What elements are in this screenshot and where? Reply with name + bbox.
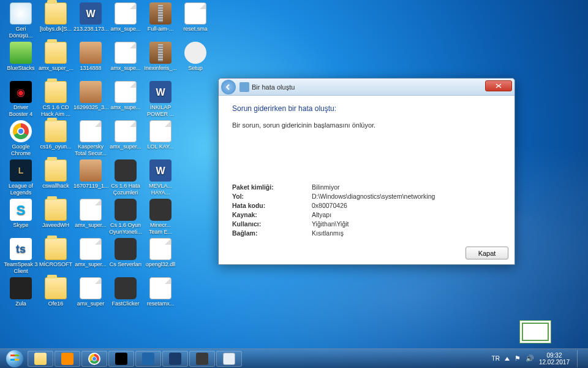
folder-icon — [45, 238, 67, 260]
desktop-icon[interactable]: WMEVLA... HAYA... — [143, 159, 178, 196]
desktop-icon[interactable]: [tobys.dk]S... — [39, 2, 73, 33]
desktop-icon[interactable]: Zula — [4, 277, 38, 307]
volume-icon[interactable]: 🔊 — [526, 355, 534, 362]
zula-icon — [10, 277, 32, 299]
dlg-icon — [223, 353, 235, 365]
desktop-icon[interactable]: Minecr... Team E... — [143, 199, 178, 236]
rar-icon — [149, 2, 172, 25]
desktop-icon[interactable]: Full-aim-... — [143, 2, 178, 33]
desktop-icon[interactable]: amx_super... — [108, 120, 143, 150]
taskbar-item-fast[interactable] — [162, 351, 188, 367]
taskbar-item-media[interactable] — [55, 351, 80, 367]
app-icon — [115, 238, 137, 260]
language-indicator[interactable]: TR — [492, 355, 500, 362]
desktop-icon[interactable]: Geri Dönüşü... — [4, 2, 38, 39]
fast-icon — [169, 353, 181, 365]
taskbar-item-explorer[interactable] — [28, 351, 53, 367]
taskbar-item-dlg[interactable] — [216, 351, 242, 367]
taskbar-item-driver[interactable] — [108, 351, 134, 367]
back-button[interactable] — [221, 80, 236, 94]
app-icon — [115, 277, 137, 299]
icon-label: MEVLA... HAYA... — [143, 183, 178, 196]
taskbar-item-ts[interactable] — [135, 351, 161, 367]
desktop-icon[interactable]: Kaspersky Total Secur... — [74, 120, 108, 157]
icon-label: Driver Booster 4 — [4, 104, 38, 118]
action-center-icon[interactable]: ⚑ — [514, 355, 521, 362]
clock-date: 12.02.2017 — [539, 359, 570, 366]
icon-label: amx_supe... — [108, 104, 143, 111]
desktop-icon[interactable]: FastClicker — [108, 277, 143, 307]
close-dialog-button[interactable]: Kapat — [466, 247, 508, 259]
icon-label: Cs Serverları — [108, 261, 143, 268]
desktop-icon[interactable]: LOL KAY... — [143, 120, 178, 150]
detail-row: Bağlam:Kısıtlanmış — [232, 229, 501, 238]
desktop-icon[interactable]: amx_super — [74, 277, 108, 307]
desktop-icon[interactable]: amx_super_... — [39, 42, 73, 72]
taskbar-item-cs[interactable] — [189, 351, 215, 367]
detail-value: Bilinmiyor — [312, 183, 340, 192]
desktop-icon[interactable]: amx_super... — [74, 238, 108, 268]
desktop-icon[interactable]: Cs 1.6 Oyun OyunYoneti... — [108, 199, 143, 236]
desktop-icon[interactable]: cs16_oyun... — [39, 120, 73, 150]
desktop-icon[interactable]: SSkype — [4, 199, 38, 229]
taskbar-item-chrome[interactable] — [81, 351, 107, 367]
word-icon: W — [149, 159, 172, 182]
desktop-icon[interactable]: amx_supe... — [108, 2, 143, 33]
icon-label: 16707119_1... — [74, 183, 108, 190]
recycle-icon — [10, 2, 32, 25]
error-dialog: Bir hata oluştu Sorun giderirken bir hat… — [218, 78, 515, 265]
desktop-icon[interactable]: cswallhack — [39, 159, 73, 190]
error-heading: Sorun giderirken bir hata oluştu: — [232, 104, 501, 113]
icon-label: BlueStacks — [4, 65, 38, 72]
desktop-icon[interactable]: Cs 1.6 Hata Çozumleri — [108, 159, 143, 196]
clock[interactable]: 09:32 12.02.2017 — [539, 352, 570, 366]
app-icon — [115, 199, 137, 221]
desktop-icon[interactable]: opengl32.dll — [143, 238, 178, 268]
app-icon — [149, 199, 172, 221]
desktop-icon[interactable]: 1314888 — [74, 42, 108, 72]
desktop-icon[interactable]: ◉Driver Booster 4 — [4, 81, 38, 118]
desktop-icon[interactable]: LLeague of Legends — [4, 159, 38, 196]
tray-popup — [519, 320, 551, 343]
desktop-icon[interactable]: amx_supe... — [108, 42, 143, 72]
desktop-icon[interactable]: Cs Serverları — [108, 238, 143, 268]
desktop-icon[interactable]: tsTeamSpeak 3 Client — [4, 238, 38, 275]
desktop-icon[interactable]: JaveedWH — [39, 199, 73, 229]
desktop-icon[interactable]: Ofe16 — [39, 277, 73, 307]
desktop-icon[interactable]: WİNKILAP POWER ... — [143, 81, 178, 118]
icon-label: Skype — [4, 222, 38, 229]
desktop-icon[interactable]: 16707119_1... — [74, 159, 108, 190]
start-button[interactable] — [2, 350, 27, 367]
chrome-icon — [88, 353, 100, 365]
desktop-icon[interactable]: amx_supe... — [108, 81, 143, 111]
rar-icon — [149, 42, 172, 64]
windows-orb-icon — [6, 350, 23, 367]
file-icon — [149, 277, 172, 299]
icon-label: 1314888 — [74, 65, 108, 72]
icon-label: Zula — [4, 301, 38, 307]
dialog-titlebar[interactable]: Bir hata oluştu — [219, 79, 514, 96]
desktop-icon[interactable]: W213.238.173... — [74, 2, 108, 33]
desktop-icon[interactable]: MİCROSOFT — [39, 238, 73, 268]
desktop-icon[interactable]: reset.sma — [178, 2, 213, 33]
detail-key: Yol: — [232, 192, 312, 201]
desktop-icon[interactable]: 16299325_3... — [74, 81, 108, 111]
desktop-icon[interactable]: Setup — [178, 42, 213, 72]
setup-icon — [184, 42, 206, 64]
desktop-icon[interactable]: CS 1.6 CD Hack Aim ... — [39, 81, 73, 118]
desktop-icon[interactable]: Google Chrome — [4, 120, 38, 157]
close-button[interactable] — [485, 80, 512, 91]
icon-label: 16299325_3... — [74, 104, 108, 111]
show-desktop-button[interactable] — [577, 350, 583, 367]
desktop-icon[interactable]: Inexinferis_... — [143, 42, 178, 72]
desktop-icon[interactable]: BlueStacks — [4, 42, 38, 72]
pic-icon — [80, 81, 102, 103]
detail-row: Kaynak:Altyapı — [232, 210, 501, 220]
detail-row: Kullanıcı:Yiğithan\Yiğit — [232, 220, 501, 229]
desktop-icon[interactable]: amx_super... — [74, 199, 108, 229]
desktop-icon[interactable]: resetamx... — [143, 277, 178, 307]
file-icon — [115, 81, 137, 103]
tray-expand-icon[interactable] — [505, 357, 510, 361]
icon-label: amx_super_... — [39, 65, 73, 72]
icon-label: FastClicker — [108, 301, 143, 307]
